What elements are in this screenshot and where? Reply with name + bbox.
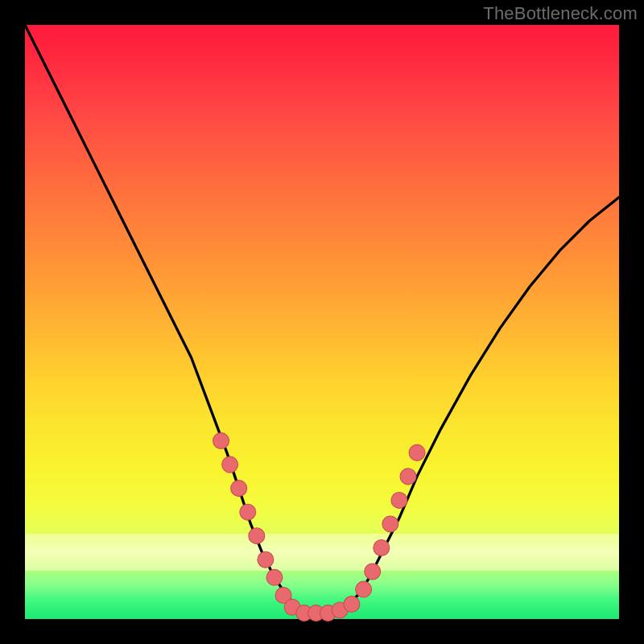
curve-marker (365, 564, 381, 580)
watermark-text: TheBottleneck.com (483, 3, 638, 24)
curve-marker (240, 504, 256, 520)
curve-marker (231, 481, 247, 497)
bottleneck-curve-svg (25, 25, 619, 619)
curve-marker (356, 581, 372, 597)
curve-marker (258, 551, 274, 568)
chart-frame: TheBottleneck.com (0, 0, 644, 644)
curve-marker (344, 597, 360, 613)
curve-marker (249, 528, 265, 544)
bottleneck-curve-path (25, 25, 619, 613)
curve-marker (266, 569, 283, 585)
curve-marker (391, 492, 407, 508)
curve-markers (213, 433, 425, 621)
curve-marker (409, 444, 425, 460)
plot-area (25, 25, 619, 619)
curve-marker (374, 539, 390, 555)
curve-marker (400, 469, 416, 485)
curve-marker (213, 433, 229, 449)
curve-marker (222, 456, 238, 473)
curve-marker (382, 516, 398, 532)
